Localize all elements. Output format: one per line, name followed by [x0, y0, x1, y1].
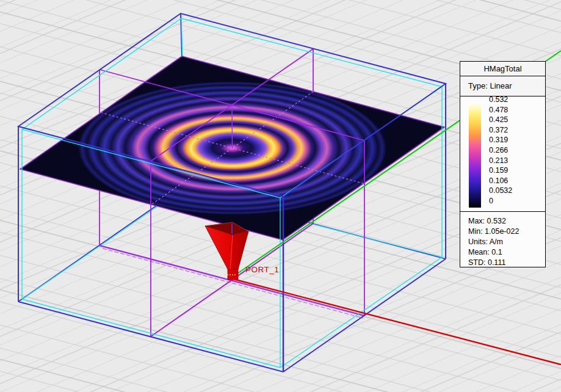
colorbar-tick: 0.0532 [489, 186, 512, 195]
stat-max: Max: 0.532 [468, 216, 545, 227]
port-label: PORT_1 [245, 265, 279, 274]
stat-mean: Mean: 0.1 [468, 247, 545, 258]
legend-title: HMagTotal [460, 62, 545, 76]
legend-colorbar-section: 0.532 0.478 0.425 0.372 0.319 0.266 0.21… [460, 96, 545, 212]
stat-min: Min: 1.05e-022 [468, 227, 545, 237]
stat-units: Units: A/m [468, 237, 545, 247]
colorbar-tick: 0.532 [489, 95, 508, 104]
colorbar-tick: 0 [489, 196, 493, 206]
colorbar-tick: 0.319 [489, 135, 508, 145]
colorbar-tick: 0.266 [489, 145, 508, 155]
colorbar-tick: 0.478 [489, 105, 508, 115]
stat-std: STD: 0.111 [468, 258, 545, 268]
app-canvas: { "scene": { "port_label": "PORT_1" }, "… [0, 0, 561, 392]
legend-stats: Max: 0.532 Min: 1.05e-022 Units: A/m Mea… [460, 212, 545, 268]
colorbar-tick: 0.213 [489, 156, 508, 165]
legend-panel[interactable]: HMagTotal Type: Linear 0.532 0.478 0.425… [460, 61, 546, 267]
colorbar-tick: 0.425 [489, 115, 508, 125]
legend-type-label: Type: Linear [460, 76, 545, 96]
colorbar-tick: 0.372 [489, 125, 508, 135]
colorbar-tick: 0.106 [489, 176, 508, 186]
colorbar-gradient [469, 104, 481, 208]
colorbar-tick: 0.159 [489, 165, 508, 175]
